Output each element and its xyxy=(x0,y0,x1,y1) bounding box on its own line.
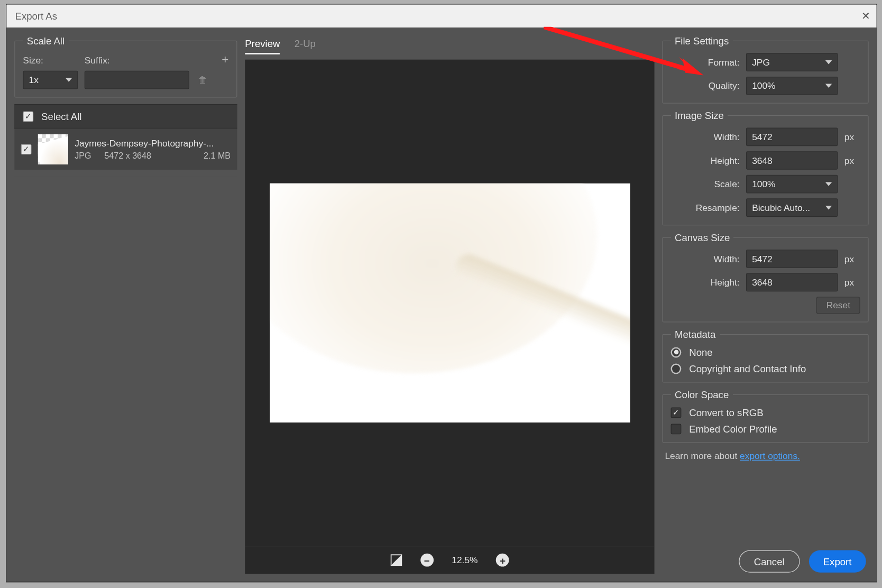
reset-button[interactable]: Reset xyxy=(816,297,860,314)
metadata-none-row[interactable]: None xyxy=(671,346,860,357)
scale-all-legend: Scale All xyxy=(23,35,68,47)
canvas-height-label: Height: xyxy=(671,277,740,288)
image-size-panel: Image Size Width: 5472 px Height: 3648 p… xyxy=(662,110,868,225)
canvas-width-label: Width: xyxy=(671,253,740,264)
resample-select[interactable]: Bicubic Auto... xyxy=(746,198,838,217)
learn-prefix: Learn more about xyxy=(665,451,740,461)
zoom-level: 12.5% xyxy=(452,555,477,565)
quality-select[interactable]: 100% xyxy=(746,77,838,95)
unit-px: px xyxy=(844,132,860,142)
dialog-footer: Cancel Export xyxy=(662,548,868,574)
chevron-down-icon xyxy=(825,182,832,186)
zoom-out-button[interactable]: − xyxy=(420,554,434,567)
format-value: JPG xyxy=(752,57,770,68)
tab-2up[interactable]: 2-Up xyxy=(295,38,316,54)
format-label: Format: xyxy=(671,57,740,68)
color-space-legend: Color Space xyxy=(671,389,733,400)
image-size-legend: Image Size xyxy=(671,110,728,121)
quality-label: Quality: xyxy=(671,80,740,91)
chevron-down-icon xyxy=(825,206,832,209)
canvas-height-input[interactable]: 3648 xyxy=(746,273,838,292)
metadata-copyright-row[interactable]: Copyright and Contact Info xyxy=(671,363,860,374)
suffix-input[interactable] xyxy=(85,71,189,89)
img-height-input[interactable]: 3648 xyxy=(746,151,838,170)
unit-px: px xyxy=(844,253,860,264)
preview-image xyxy=(270,183,630,422)
canvas-width-input[interactable]: 5472 xyxy=(746,250,838,268)
file-settings-legend: File Settings xyxy=(671,35,733,47)
color-space-panel: Color Space ✓ Convert to sRGB ✓ Embed Co… xyxy=(662,389,868,443)
quality-value: 100% xyxy=(752,80,775,91)
export-as-dialog: Export As ✕ Scale All Size: Suffix: + 1x xyxy=(6,5,876,582)
item-dimensions: 5472 x 3648 xyxy=(104,151,151,161)
file-settings-panel: File Settings Format: JPG Quality: 100% xyxy=(662,35,868,104)
radio-copyright[interactable] xyxy=(671,363,682,374)
chevron-down-icon xyxy=(825,84,832,88)
preview-canvas[interactable] xyxy=(245,60,654,546)
zoom-toolbar: − 12.5% + xyxy=(245,546,654,574)
size-select[interactable]: 1x xyxy=(23,71,78,89)
embed-profile-label: Embed Color Profile xyxy=(689,423,777,434)
trash-icon[interactable]: 🗑 xyxy=(198,75,207,85)
img-scale-label: Scale: xyxy=(671,179,740,189)
canvas-size-legend: Canvas Size xyxy=(671,232,734,243)
size-label: Size: xyxy=(23,54,78,65)
convert-srgb-row[interactable]: ✓ Convert to sRGB xyxy=(671,407,860,418)
unit-px: px xyxy=(844,277,860,288)
preview-tabs: Preview 2-Up xyxy=(245,35,654,60)
img-width-input[interactable]: 5472 xyxy=(746,128,838,146)
chevron-down-icon xyxy=(825,60,832,64)
close-icon[interactable]: ✕ xyxy=(861,10,870,23)
item-format: JPG xyxy=(75,151,91,161)
radio-none[interactable] xyxy=(671,347,682,357)
add-size-icon[interactable]: + xyxy=(222,53,228,67)
size-value: 1x xyxy=(29,75,39,85)
resample-label: Resample: xyxy=(671,203,740,213)
learn-more-row: Learn more about export options. xyxy=(662,449,868,463)
metadata-none-label: None xyxy=(689,346,712,357)
embed-profile-row[interactable]: ✓ Embed Color Profile xyxy=(671,423,860,434)
zoom-in-button[interactable]: + xyxy=(496,554,509,567)
window-title: Export As xyxy=(15,11,57,22)
tab-preview[interactable]: Preview xyxy=(245,38,280,54)
contrast-icon[interactable] xyxy=(390,554,402,566)
select-all-checkbox[interactable]: ✓ xyxy=(23,111,33,122)
canvas-size-panel: Canvas Size Width: 5472 px Height: 3648 … xyxy=(662,232,868,323)
metadata-legend: Metadata xyxy=(671,329,720,340)
item-filename: Jaymes-Dempsey-Photography-... xyxy=(75,138,231,149)
suffix-label: Suffix: xyxy=(85,54,110,65)
item-thumbnail xyxy=(38,134,68,164)
select-all-row[interactable]: ✓ Select All xyxy=(14,104,237,128)
cancel-button[interactable]: Cancel xyxy=(739,550,800,573)
format-select[interactable]: JPG xyxy=(746,53,838,71)
embed-profile-checkbox[interactable]: ✓ xyxy=(671,424,682,434)
export-button[interactable]: Export xyxy=(809,550,866,573)
export-options-link[interactable]: export options. xyxy=(740,451,800,461)
img-height-label: Height: xyxy=(671,155,740,166)
convert-srgb-checkbox[interactable]: ✓ xyxy=(671,407,682,418)
item-checkbox[interactable]: ✓ xyxy=(21,144,32,155)
chevron-down-icon xyxy=(66,78,72,81)
metadata-copyright-label: Copyright and Contact Info xyxy=(689,363,806,374)
select-all-label: Select All xyxy=(41,111,81,122)
img-width-label: Width: xyxy=(671,132,740,142)
metadata-panel: Metadata None Copyright and Contact Info xyxy=(662,329,868,383)
scale-all-panel: Scale All Size: Suffix: + 1x 🗑 xyxy=(14,35,237,98)
img-scale-select[interactable]: 100% xyxy=(746,175,838,194)
unit-px: px xyxy=(844,155,860,166)
titlebar: Export As ✕ xyxy=(6,5,876,27)
convert-srgb-label: Convert to sRGB xyxy=(689,407,763,418)
export-item-row[interactable]: ✓ Jaymes-Dempsey-Photography-... JPG 547… xyxy=(14,128,237,170)
item-filesize: 2.1 MB xyxy=(204,151,231,161)
